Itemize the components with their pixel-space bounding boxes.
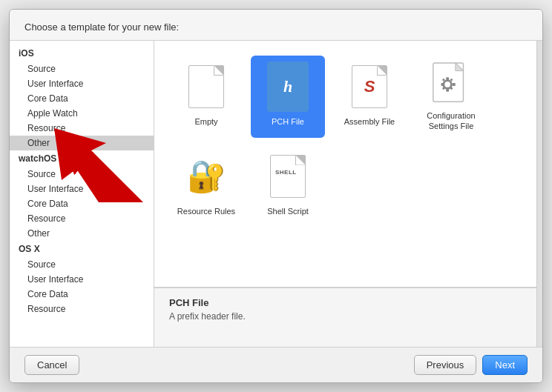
sidebar-item-osx-source[interactable]: Source xyxy=(10,257,154,272)
sidebar-item-ios-source[interactable]: Source xyxy=(10,62,154,76)
template-item-shell[interactable]: SHELL Shell Script xyxy=(251,145,325,222)
new-file-dialog: Choose a template for your new file: iOS… xyxy=(9,9,543,383)
info-panel-title: PCH File xyxy=(169,297,522,308)
dialog-footer: Cancel Previous Next xyxy=(10,347,542,382)
sidebar-item-watchos-ui[interactable]: User Interface xyxy=(10,182,154,196)
resource-rules-icon: 🔐 xyxy=(185,151,227,202)
sidebar-item-ios-apple-watch[interactable]: Apple Watch xyxy=(10,106,154,121)
main-content: Empty h PCH File S Assembly File xyxy=(154,41,536,347)
sidebar: iOS Source User Interface Core Data Appl… xyxy=(10,41,154,347)
sidebar-section-watchos: watchOS xyxy=(10,150,154,167)
template-label-assembly: Assembly File xyxy=(344,116,395,127)
assembly-file-icon: S xyxy=(349,62,390,112)
dialog-title: Choose a template for your new file: xyxy=(24,21,179,33)
template-item-assembly[interactable]: S Assembly File xyxy=(332,56,407,138)
sidebar-item-osx-resource[interactable]: Resource xyxy=(10,302,154,316)
template-label-shell: Shell Script xyxy=(267,206,309,216)
template-label-empty: Empty xyxy=(194,116,217,127)
sidebar-item-ios-ui[interactable]: User Interface xyxy=(10,76,154,91)
svg-point-6 xyxy=(444,82,450,87)
sidebar-item-osx-ui[interactable]: User Interface xyxy=(10,272,154,287)
dialog-body: iOS Source User Interface Core Data Appl… xyxy=(10,41,542,347)
sidebar-item-watchos-resource[interactable]: Resource xyxy=(10,211,154,226)
pch-file-icon: h xyxy=(267,62,309,112)
cancel-button[interactable]: Cancel xyxy=(24,355,79,375)
empty-file-icon xyxy=(185,62,227,112)
next-button[interactable]: Next xyxy=(482,355,528,375)
svg-rect-9 xyxy=(441,83,444,86)
sidebar-item-osx-core-data[interactable]: Core Data xyxy=(10,287,154,302)
template-grid: Empty h PCH File S Assembly File xyxy=(154,41,536,288)
shell-script-icon: SHELL xyxy=(267,151,309,202)
sidebar-section-ios: iOS xyxy=(10,45,154,62)
scroll-strip[interactable] xyxy=(536,41,542,347)
dialog-header: Choose a template for your new file: xyxy=(10,10,542,41)
svg-rect-8 xyxy=(446,89,449,92)
sidebar-item-ios-core-data[interactable]: Core Data xyxy=(10,91,154,106)
info-panel-description: A prefix header file. xyxy=(169,311,522,322)
config-file-icon xyxy=(431,62,471,106)
template-label-resource-rules: Resource Rules xyxy=(177,206,235,216)
template-item-resource-rules[interactable]: 🔐 Resource Rules xyxy=(169,145,243,222)
svg-rect-10 xyxy=(453,83,456,86)
sidebar-item-ios-resource[interactable]: Resource xyxy=(10,121,154,136)
sidebar-item-watchos-other[interactable]: Other xyxy=(10,226,154,241)
template-item-empty[interactable]: Empty xyxy=(169,56,243,138)
info-panel: PCH File A prefix header file. xyxy=(154,288,536,347)
template-label-config: Configuration Settings File xyxy=(418,110,484,132)
svg-rect-7 xyxy=(446,77,449,80)
template-label-pch: PCH File xyxy=(272,116,304,127)
sidebar-item-watchos-core-data[interactable]: Core Data xyxy=(10,196,154,211)
sidebar-section-osx: OS X xyxy=(10,241,154,257)
sidebar-item-ios-other[interactable]: Other xyxy=(10,136,154,150)
template-item-pch[interactable]: h PCH File xyxy=(251,56,325,138)
template-item-config[interactable]: Configuration Settings File xyxy=(414,56,488,138)
sidebar-item-watchos-source[interactable]: Source xyxy=(10,167,154,182)
previous-button[interactable]: Previous xyxy=(414,355,477,375)
